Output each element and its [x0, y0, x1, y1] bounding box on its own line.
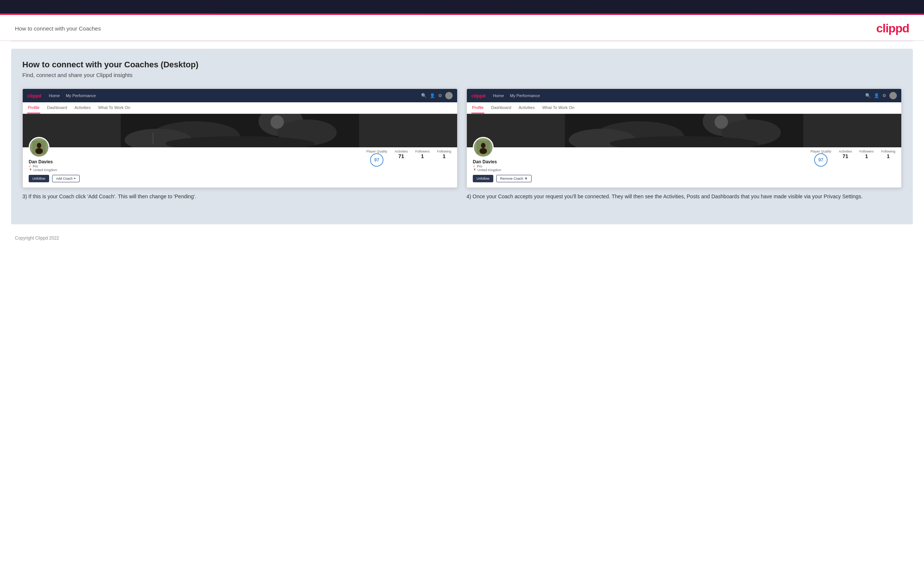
right-userloc: 📍 United Kingdom	[473, 168, 531, 172]
right-stats: Player Quality 97 Activities 71 Follower…	[531, 147, 895, 167]
right-check-icon: ✓	[473, 164, 476, 168]
right-avatar	[473, 137, 494, 158]
location-icon: 📍	[29, 169, 32, 172]
right-stat-following: Following 1	[881, 150, 895, 167]
right-user-icon[interactable]: 👤	[874, 93, 879, 98]
svg-rect-7	[153, 132, 154, 143]
right-mock-banner	[467, 114, 901, 147]
right-stat-quality: Player Quality 97	[811, 150, 831, 167]
left-buttons: Unfollow Add Coach +	[29, 175, 80, 182]
right-screenshot-col: clippd Home My Performance 🔍 👤 ⚙ Profile	[467, 89, 901, 200]
right-userbadge: ✓ Pro	[473, 164, 531, 168]
left-info-col: Dan Davies ✓ Pro 📍 United Kingdom Unfoll…	[29, 147, 80, 182]
copyright-text: Copyright Clippd 2022	[15, 235, 59, 241]
right-mock-nav: clippd Home My Performance 🔍 👤 ⚙	[467, 89, 901, 102]
right-unfollow-button[interactable]: Unfollow	[473, 175, 493, 182]
right-nav-items: Home My Performance	[493, 93, 858, 98]
left-caption: 3) If this is your Coach click 'Add Coac…	[23, 192, 457, 200]
left-screenshot-col: clippd Home My Performance 🔍 👤 ⚙ Profile	[23, 89, 457, 200]
left-tab-profile[interactable]: Profile	[27, 102, 40, 113]
main-subheading: Find, connect and share your Clippd insi…	[23, 72, 901, 78]
right-stat-followers: Followers 1	[859, 150, 874, 167]
left-addcoach-button[interactable]: Add Coach +	[52, 175, 80, 182]
svg-point-19	[481, 143, 485, 148]
right-info-col: Dan Davies ✓ Pro 📍 United Kingdom Unfoll…	[473, 147, 531, 182]
left-nav-items: Home My Performance	[49, 93, 414, 98]
right-nav-performance[interactable]: My Performance	[510, 93, 540, 98]
left-stats: Player Quality 97 Activities 71 Follower…	[80, 147, 451, 167]
header-title: How to connect with your Coaches	[15, 25, 101, 32]
right-nav-logo: clippd	[471, 93, 485, 98]
screenshots-row: clippd Home My Performance 🔍 👤 ⚙ Profile	[23, 89, 901, 200]
main-content: How to connect with your Coaches (Deskto…	[11, 49, 913, 224]
left-quality-circle: 97	[370, 153, 383, 167]
right-stat-activities: Activities 71	[839, 150, 852, 167]
right-avatar-icon[interactable]	[889, 92, 897, 99]
left-userloc: 📍 United Kingdom	[29, 168, 80, 172]
left-profile-section: Dan Davies ✓ Pro 📍 United Kingdom Unfoll…	[23, 147, 457, 187]
right-search-icon[interactable]: 🔍	[865, 93, 871, 98]
right-tab-bar: Profile Dashboard Activities What To Wor…	[467, 102, 901, 114]
right-avatar-wrap	[473, 137, 531, 158]
left-nav-performance[interactable]: My Performance	[66, 93, 96, 98]
left-tab-activities[interactable]: Activities	[74, 102, 91, 113]
left-search-icon[interactable]: 🔍	[421, 93, 426, 98]
left-mock-browser: clippd Home My Performance 🔍 👤 ⚙ Profile	[23, 89, 457, 188]
footer: Copyright Clippd 2022	[0, 232, 924, 244]
right-profile-section: Dan Davies ✓ Pro 📍 United Kingdom Unfoll…	[467, 147, 901, 187]
clippd-logo: clippd	[876, 22, 909, 35]
left-tab-bar: Profile Dashboard Activities What To Wor…	[23, 102, 457, 114]
right-banner-svg	[467, 114, 901, 147]
plus-icon: +	[74, 177, 76, 181]
svg-point-9	[37, 143, 41, 148]
left-stat-following: Following 1	[437, 150, 451, 167]
left-nav-home[interactable]: Home	[49, 93, 60, 98]
left-stat-activities: Activities 71	[395, 150, 408, 167]
top-bar	[0, 0, 924, 13]
right-tab-profile[interactable]: Profile	[471, 102, 485, 113]
right-mock-browser: clippd Home My Performance 🔍 👤 ⚙ Profile	[467, 89, 901, 188]
left-username: Dan Davies	[29, 159, 80, 164]
left-stat-followers: Followers 1	[415, 150, 430, 167]
right-avatar-img	[477, 140, 490, 154]
left-avatar	[29, 137, 50, 158]
x-icon: ✕	[525, 177, 528, 181]
left-mock-nav: clippd Home My Performance 🔍 👤 ⚙	[23, 89, 457, 102]
right-tab-whattworkon[interactable]: What To Work On	[541, 102, 575, 113]
right-removecoach-button[interactable]: Remove Coach ✕	[496, 175, 531, 182]
right-settings-icon[interactable]: ⚙	[882, 93, 887, 98]
left-tab-whattworkon[interactable]: What To Work On	[97, 102, 131, 113]
divider	[11, 41, 913, 41]
left-nav-icons: 🔍 👤 ⚙	[421, 92, 453, 99]
svg-point-10	[36, 148, 43, 154]
left-settings-icon[interactable]: ⚙	[438, 93, 442, 98]
left-avatar-icon[interactable]	[445, 92, 453, 99]
svg-point-4	[271, 115, 284, 129]
right-nav-icons: 🔍 👤 ⚙	[865, 92, 897, 99]
right-location-icon: 📍	[473, 169, 477, 172]
header: How to connect with your Coaches clippd	[0, 15, 924, 41]
left-userbadge: ✓ Pro	[29, 164, 80, 168]
left-stat-quality: Player Quality 97	[366, 150, 387, 167]
svg-point-15	[715, 115, 728, 129]
left-profile-row: Dan Davies ✓ Pro 📍 United Kingdom Unfoll…	[29, 147, 451, 182]
left-nav-logo: clippd	[27, 93, 41, 98]
svg-point-20	[480, 148, 487, 154]
left-avatar-wrap	[29, 137, 80, 158]
right-nav-home[interactable]: Home	[493, 93, 504, 98]
right-username: Dan Davies	[473, 159, 531, 164]
left-avatar-img	[32, 140, 46, 154]
left-user-icon[interactable]: 👤	[430, 93, 435, 98]
left-check-icon: ✓	[29, 164, 32, 168]
left-banner-svg	[23, 114, 457, 147]
left-tab-dashboard[interactable]: Dashboard	[46, 102, 68, 113]
right-tab-dashboard[interactable]: Dashboard	[490, 102, 512, 113]
right-caption: 4) Once your Coach accepts your request …	[467, 192, 901, 200]
left-unfollow-button[interactable]: Unfollow	[29, 175, 49, 182]
left-mock-banner	[23, 114, 457, 147]
right-tab-activities[interactable]: Activities	[518, 102, 535, 113]
right-buttons: Unfollow Remove Coach ✕	[473, 175, 531, 182]
right-quality-circle: 97	[814, 153, 827, 167]
right-profile-row: Dan Davies ✓ Pro 📍 United Kingdom Unfoll…	[473, 147, 895, 182]
main-heading: How to connect with your Coaches (Deskto…	[23, 60, 901, 69]
